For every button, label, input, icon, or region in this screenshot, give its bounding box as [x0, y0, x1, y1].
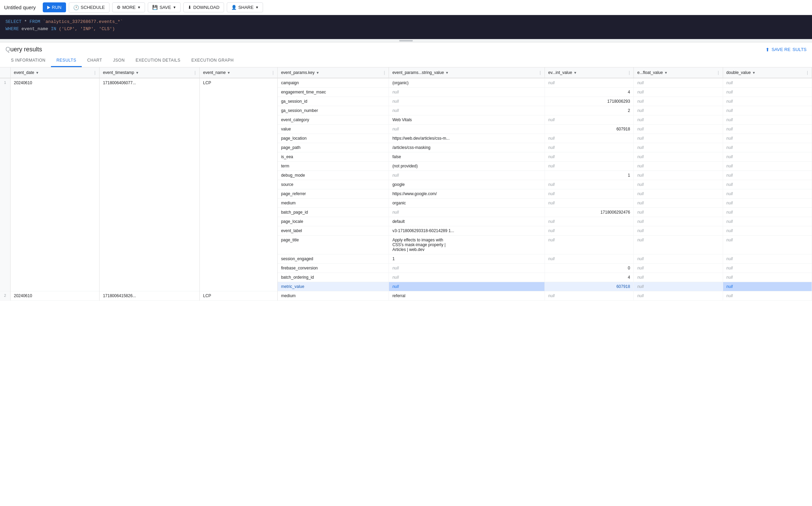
table-cell-float-value: null: [634, 199, 723, 208]
table-cell-string-value: null: [389, 97, 545, 106]
table-cell-double-value: null: [723, 236, 812, 254]
results-tabs: S INFORMATION RESULTS CHART JSON EXECUTI…: [0, 54, 812, 67]
share-button[interactable]: 👤 SHARE ▼: [227, 2, 263, 12]
table-cell-int-value: null: [545, 162, 633, 171]
chevron-down-icon: ▼: [137, 5, 141, 9]
col-event-date[interactable]: event_date ▼ |: [10, 67, 99, 78]
resize-col-params-key[interactable]: |: [384, 70, 385, 75]
table-cell-int-value: 607918: [545, 125, 633, 134]
sort-icon: ▼: [227, 71, 231, 75]
table-cell-event-name: LCP: [199, 291, 277, 301]
table-cell-key: session_engaged: [277, 254, 389, 264]
results-table-container[interactable]: event_date ▼ | event_timestamp ▼ |: [0, 67, 812, 301]
more-button[interactable]: ⚙ MORE ▼: [112, 2, 145, 12]
resize-col-double-value[interactable]: |: [807, 70, 808, 75]
schedule-button[interactable]: 🕐 SCHEDULE: [69, 2, 109, 13]
col-event-timestamp[interactable]: event_timestamp ▼ |: [99, 67, 199, 78]
table-cell-double-value: null: [723, 254, 812, 264]
table-cell-double-value: null: [723, 125, 812, 134]
sort-icon: ▼: [135, 71, 139, 75]
table-cell-string-value: (organic): [389, 78, 545, 88]
col-params-string-value[interactable]: event_params...string_value ▼ |: [389, 67, 545, 78]
run-button[interactable]: RUN: [43, 2, 66, 12]
table-cell-double-value: null: [723, 282, 812, 291]
results-section: Query results ⬆ SAVE RESULTS S INFORMATI…: [0, 42, 812, 301]
table-cell-string-value: null: [389, 106, 545, 115]
save-results-button[interactable]: ⬆ SAVE RESULTS: [765, 47, 807, 52]
table-cell-string-value: false: [389, 152, 545, 162]
tab-json[interactable]: JSON: [108, 54, 130, 67]
table-cell-key: batch_page_id: [277, 208, 389, 217]
col-params-int-value[interactable]: ev...int_value ▼ |: [545, 67, 633, 78]
table-cell-string-value: null: [389, 282, 545, 291]
tab-information[interactable]: S INFORMATION: [5, 54, 51, 67]
table-cell-event-timestamp: 1718006406077...: [99, 78, 199, 291]
table-cell-double-value: null: [723, 208, 812, 217]
table-cell-key: campaign: [277, 78, 389, 88]
table-cell-float-value: null: [634, 171, 723, 180]
table-cell-float-value: null: [634, 282, 723, 291]
table-cell-string-value: (not provided): [389, 162, 545, 171]
col-event-name[interactable]: event_name ▼ |: [199, 67, 277, 78]
table-cell-event-name: LCP: [199, 78, 277, 291]
table-cell-int-value: 1718006292476: [545, 208, 633, 217]
tab-chart[interactable]: CHART: [82, 54, 108, 67]
table-cell-double-value: null: [723, 115, 812, 125]
tab-execution-graph[interactable]: EXECUTION GRAPH: [186, 54, 239, 67]
table-cell-int-value: null: [545, 115, 633, 125]
sort-icon: ▼: [445, 71, 449, 75]
sql-editor[interactable]: SELECT * FROM `analytics_337268677.event…: [0, 15, 812, 39]
resize-col-event-timestamp[interactable]: |: [195, 70, 196, 75]
table-cell-string-value: google: [389, 180, 545, 189]
table-cell-int-value: 1718006293: [545, 97, 633, 106]
save-button[interactable]: 💾 SAVE ▼: [148, 2, 181, 12]
table-cell-key: engagement_time_msec: [277, 88, 389, 97]
results-title: Query results: [5, 46, 42, 53]
gear-icon: ⚙: [117, 5, 121, 10]
tab-execution-details[interactable]: EXECUTION DETAILS: [130, 54, 186, 67]
table-cell-int-value: null: [545, 217, 633, 226]
table-cell-int-value: 607918: [545, 282, 633, 291]
table-cell-int-value: null: [545, 78, 633, 88]
resize-col-float-value[interactable]: |: [718, 70, 719, 75]
resize-col-int-value[interactable]: |: [629, 70, 630, 75]
table-cell-double-value: null: [723, 88, 812, 97]
table-cell-float-value: null: [634, 236, 723, 254]
table-cell-string-value: null: [389, 88, 545, 97]
table-row-num: 2: [0, 291, 10, 301]
table-cell-key: page_referrer: [277, 189, 389, 199]
sort-icon: ▼: [36, 71, 39, 75]
results-header: Query results ⬆ SAVE RESULTS: [0, 42, 812, 53]
table-cell-string-value: v3-1718006293318-60214289 1...: [389, 226, 545, 236]
table-cell-key: medium: [277, 291, 389, 301]
col-double-value[interactable]: double_value ▼ |: [723, 67, 812, 78]
resize-col-event-date[interactable]: |: [94, 70, 96, 75]
table-cell-string-value: null: [389, 171, 545, 180]
table-cell-float-value: null: [634, 226, 723, 236]
results-table: event_date ▼ | event_timestamp ▼ |: [0, 67, 812, 301]
table-cell-double-value: null: [723, 291, 812, 301]
table-cell-double-value: null: [723, 273, 812, 282]
sort-icon: ▼: [316, 71, 319, 75]
table-cell-float-value: null: [634, 291, 723, 301]
handle-bar: [399, 40, 413, 41]
table-cell-int-value: 2: [545, 106, 633, 115]
table-cell-float-value: null: [634, 125, 723, 134]
table-cell-string-value: null: [389, 208, 545, 217]
table-row-num: 1: [0, 78, 10, 291]
resize-col-event-name[interactable]: |: [273, 70, 274, 75]
table-cell-string-value: /articles/css-masking: [389, 143, 545, 152]
resize-col-string-value[interactable]: |: [540, 70, 541, 75]
tab-results[interactable]: RESULTS: [51, 54, 82, 67]
table-cell-string-value: Web Vitals: [389, 115, 545, 125]
table-cell-float-value: null: [634, 273, 723, 282]
table-cell-float-value: null: [634, 152, 723, 162]
table-cell-int-value: null: [545, 254, 633, 264]
table-cell-int-value: 4: [545, 88, 633, 97]
col-params-float-value[interactable]: e...float_value ▼ |: [634, 67, 723, 78]
table-cell-key: ga_session_number: [277, 106, 389, 115]
download-button[interactable]: ⬇ DOWNLOAD: [183, 2, 224, 12]
col-params-key[interactable]: event_params.key ▼ |: [277, 67, 389, 78]
resize-handle[interactable]: [0, 39, 812, 42]
table-cell-key: page_locale: [277, 217, 389, 226]
